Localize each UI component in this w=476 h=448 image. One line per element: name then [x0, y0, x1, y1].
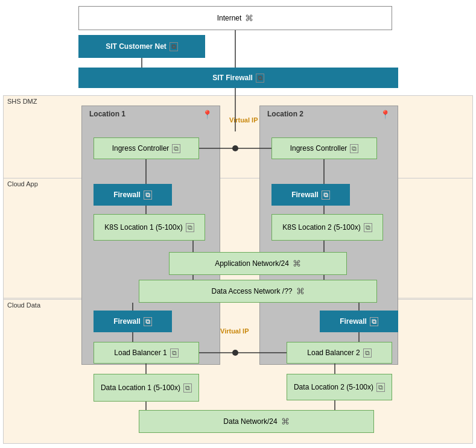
- firewall-bottom2-label: Firewall: [340, 317, 367, 326]
- data-loc2-label: Data Location 2 (5-100x): [294, 383, 373, 391]
- ingress2-label: Ingress Controller: [290, 144, 347, 153]
- virtual-ip-bottom-label: Virtual IP: [220, 327, 249, 335]
- data-network-label: Data Network/24: [223, 417, 277, 426]
- firewall-bottom2-copy-icon[interactable]: ⧉: [370, 317, 378, 326]
- firewall1-box[interactable]: Firewall ⧉: [94, 184, 172, 206]
- cloud-data-label: Cloud Data: [7, 301, 40, 309]
- app-network-box[interactable]: Application Network/24 ⌘: [169, 252, 347, 275]
- firewall-bottom1-copy-icon[interactable]: ⧉: [144, 317, 152, 326]
- firewall-bottom2-box[interactable]: Firewall ⧉: [320, 311, 398, 332]
- ingress1-label: Ingress Controller: [112, 144, 170, 153]
- firewall-bottom1-label: Firewall: [113, 317, 141, 326]
- shs-dmz-label: SHS DMZ: [7, 98, 37, 105]
- data-location1-box[interactable]: Data Location 1 (5-100x) ⧉: [94, 374, 199, 402]
- k8s-location2-box[interactable]: K8S Location 2 (5-100x) ⧉: [271, 214, 383, 241]
- app-network-icon: ⌘: [293, 259, 301, 268]
- firewall-bottom1-box[interactable]: Firewall ⧉: [94, 311, 172, 332]
- sit-customer-net-copy-icon[interactable]: ⧉: [170, 42, 178, 51]
- load-balancer1-box[interactable]: Load Balancer 1 ⧉: [94, 342, 199, 364]
- app-network-label: Application Network/24: [215, 259, 289, 268]
- internet-box: Internet ⌘: [78, 6, 392, 30]
- data-access-network-label: Data Access Network /??: [211, 287, 292, 295]
- sit-firewall-label: SIT Firewall: [212, 74, 253, 82]
- k8s1-copy-icon[interactable]: ⧉: [186, 223, 194, 232]
- location1-label: Location 1: [89, 110, 125, 118]
- data-network-icon: ⌘: [281, 417, 290, 426]
- ingress1-copy-icon[interactable]: ⧉: [172, 144, 180, 153]
- firewall2-box[interactable]: Firewall ⧉: [271, 184, 350, 206]
- sit-firewall-copy-icon[interactable]: ⧉: [256, 74, 264, 83]
- internet-network-icon: ⌘: [245, 13, 253, 23]
- location2-label: Location 2: [267, 110, 303, 118]
- location1-pin-icon: 📍: [202, 110, 212, 119]
- data-loc1-label: Data Location 1 (5-100x): [101, 383, 180, 393]
- ingress-controller-2-box[interactable]: Ingress Controller ⧉: [271, 137, 377, 159]
- k8s1-label: K8S Location 1 (5-100x): [104, 223, 182, 232]
- firewall1-copy-icon[interactable]: ⧉: [144, 191, 152, 200]
- data-network-box[interactable]: Data Network/24 ⌘: [139, 410, 374, 433]
- firewall2-label: Firewall: [291, 191, 319, 199]
- sit-firewall-box[interactable]: SIT Firewall ⧉: [78, 68, 398, 88]
- k8s2-copy-icon[interactable]: ⧉: [364, 223, 372, 232]
- data-access-network-icon: ⌘: [296, 286, 305, 296]
- load-balancer2-box[interactable]: Load Balancer 2 ⧉: [287, 342, 392, 364]
- lb2-label: Load Balancer 2: [307, 349, 360, 357]
- cloud-app-label: Cloud App: [7, 180, 38, 188]
- lb2-copy-icon[interactable]: ⧉: [363, 349, 372, 358]
- ingress2-copy-icon[interactable]: ⧉: [350, 144, 358, 153]
- k8s-location1-box[interactable]: K8S Location 1 (5-100x) ⧉: [94, 214, 205, 241]
- location2-pin-icon: 📍: [380, 110, 390, 119]
- lb1-copy-icon[interactable]: ⧉: [170, 349, 179, 358]
- data-loc1-copy-icon[interactable]: ⧉: [183, 383, 192, 393]
- ingress-controller-1-box[interactable]: Ingress Controller ⧉: [94, 137, 199, 159]
- firewall2-copy-icon[interactable]: ⧉: [322, 191, 330, 200]
- data-loc2-copy-icon[interactable]: ⧉: [376, 383, 385, 392]
- data-location2-box[interactable]: Data Location 2 (5-100x) ⧉: [287, 374, 392, 400]
- data-access-network-box[interactable]: Data Access Network /?? ⌘: [139, 280, 377, 303]
- sit-customer-net-box[interactable]: SIT Customer Net ⧉: [78, 35, 205, 58]
- internet-label: Internet: [217, 14, 242, 22]
- virtual-ip-top-label: Virtual IP: [229, 116, 258, 124]
- firewall1-label: Firewall: [113, 191, 141, 199]
- k8s2-label: K8S Location 2 (5-100x): [282, 223, 360, 232]
- lb1-label: Load Balancer 1: [114, 349, 167, 357]
- sit-customer-net-label: SIT Customer Net: [106, 42, 167, 51]
